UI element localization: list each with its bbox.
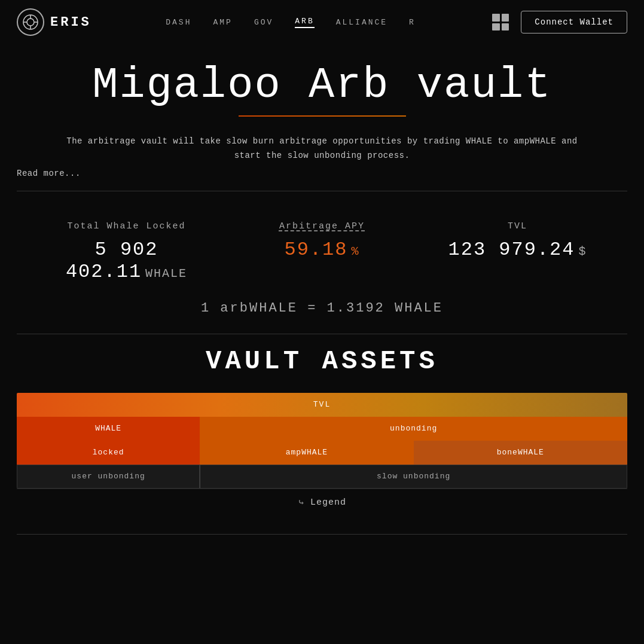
chart-cell-unbonding: unbonding: [200, 417, 627, 441]
connect-wallet-button[interactable]: Connect Wallet: [521, 11, 627, 33]
chart-cell-whale: WHALE: [17, 417, 200, 441]
divider-mid: [17, 334, 627, 334]
logo-icon: [17, 8, 44, 36]
chart-cell-bonewhale: boneWHALE: [414, 441, 627, 465]
exchange-rate: 1 arbWHALE = 1.3192 WHALE: [17, 301, 627, 316]
stat-apy-value: 59.18%: [224, 239, 420, 261]
stat-total-whale-value: 5 902 402.11WHALE: [29, 239, 224, 283]
stat-tvl-value: 123 979.24$: [420, 239, 615, 261]
vault-chart: TVL WHALE unbonding locked ampWHALE bone…: [17, 393, 627, 489]
nav-amp[interactable]: AMP: [213, 18, 232, 27]
divider-bottom: [17, 534, 627, 535]
nav-r[interactable]: R: [409, 18, 416, 27]
svg-point-1: [27, 19, 34, 26]
title-underline: [239, 115, 406, 117]
chart-row-user-unbonding: user unbonding slow unbonding: [17, 465, 627, 489]
chart-cell-user-unbonding: user unbonding: [17, 465, 200, 489]
chart-cell-tvl: TVL: [17, 393, 627, 417]
page-title: Migaloo Arb vault: [17, 62, 627, 109]
chart-cell-slow-unbonding: slow unbonding: [200, 465, 627, 489]
chart-cell-ampwhale: ampWHALE: [200, 441, 413, 465]
nav-dash[interactable]: DASH: [166, 18, 191, 27]
brand-name: ERIS: [50, 15, 91, 30]
page-description: The arbitrage vault will take slow burn …: [53, 135, 591, 163]
stats-row: Total Whale Locked 5 902 402.11WHALE Arb…: [17, 203, 627, 289]
stat-total-whale: Total Whale Locked 5 902 402.11WHALE: [29, 221, 224, 283]
stat-tvl-label: TVL: [420, 221, 615, 231]
vault-title: VAULT ASSETS: [17, 346, 627, 376]
stat-tvl: TVL 123 979.24$: [420, 221, 615, 261]
grid-icon[interactable]: [490, 11, 511, 33]
main-content: Migaloo Arb vault The arbitrage vault wi…: [0, 62, 644, 535]
nav-alliance[interactable]: ALLIANCE: [336, 18, 387, 27]
legend-row[interactable]: ⤷ Legend: [17, 489, 627, 516]
nav-arb[interactable]: ARB: [295, 17, 314, 28]
chevron-down-icon: ⤷: [298, 498, 306, 508]
divider-top: [17, 191, 627, 191]
vault-section: VAULT ASSETS TVL WHALE unbonding locked …: [17, 346, 627, 516]
stat-apy: Arbitrage APY 59.18%: [224, 221, 420, 261]
chart-row-locked: locked ampWHALE boneWHALE: [17, 441, 627, 465]
nav-gov[interactable]: GOV: [254, 18, 273, 27]
nav-links: DASH AMP GOV ARB ALLIANCE R: [166, 17, 416, 28]
read-more-link[interactable]: Read more...: [17, 169, 81, 178]
chart-row-tvl: TVL: [17, 393, 627, 417]
nav-right: Connect Wallet: [490, 11, 627, 33]
stat-total-whale-label: Total Whale Locked: [29, 221, 224, 231]
navbar: ERIS DASH AMP GOV ARB ALLIANCE R Connect…: [0, 0, 644, 44]
stat-apy-label: Arbitrage APY: [224, 221, 420, 231]
chart-cell-locked: locked: [17, 441, 200, 465]
legend-label: Legend: [310, 498, 346, 508]
logo[interactable]: ERIS: [17, 8, 91, 36]
chart-row-whale: WHALE unbonding: [17, 417, 627, 441]
